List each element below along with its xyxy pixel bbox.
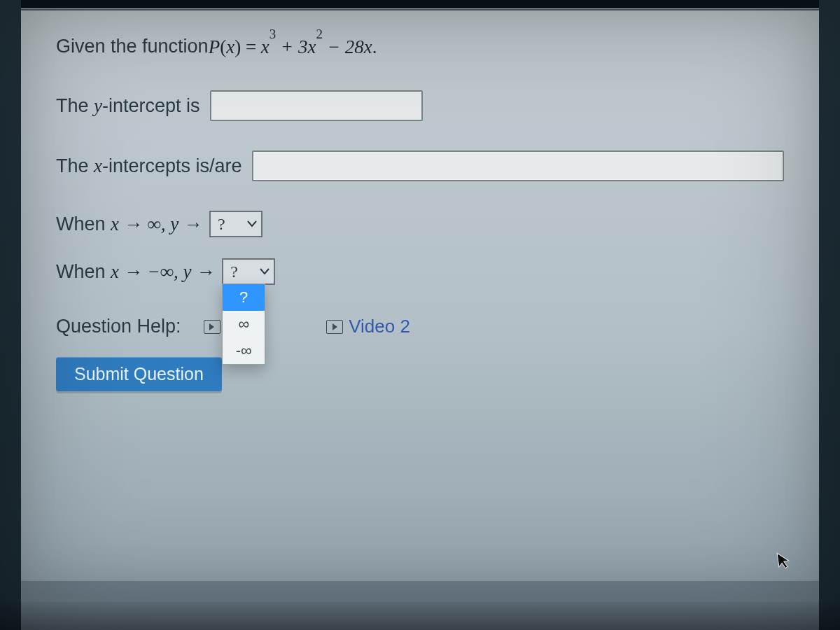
yint-suffix: -intercept is <box>102 95 200 116</box>
chevron-down-icon <box>260 268 270 275</box>
function-expression: P(x) = x3 + 3x2 − 28x. <box>209 34 377 58</box>
limit-pos-prefix: When <box>56 214 111 234</box>
submit-label: Submit Question <box>74 364 204 384</box>
limit-neg-dropdown: ? ∞ -∞ <box>222 284 265 365</box>
limit-pos-select[interactable]: ? <box>209 211 262 237</box>
limit-neg-select-value: ? <box>230 262 238 281</box>
limit-pos-row: When x → ∞, y → ? <box>56 211 784 237</box>
limit-neg-row: When x → −∞, y → ? ? ∞ -∞ <box>56 258 784 285</box>
func-name: P <box>209 36 220 57</box>
yint-label: The y-intercept is <box>56 95 200 117</box>
func-arg: x <box>226 36 234 57</box>
question-panel: Given the function P(x) = x3 + 3x2 − 28x… <box>21 8 819 581</box>
y-intercept-row: The y-intercept is <box>56 90 784 121</box>
x-intercepts-row: The x-intercepts is/are <box>56 150 784 181</box>
xint-var: x <box>94 155 102 176</box>
video2-link[interactable]: Video 2 <box>326 316 410 337</box>
dropdown-option-infinity[interactable]: ∞ <box>223 311 265 337</box>
period: . <box>372 36 377 57</box>
limit-pos-expr: x → ∞, y → <box>111 214 202 234</box>
limit-neg-prefix: When <box>56 261 111 282</box>
prompt-prefix: Given the function <box>56 36 209 57</box>
limit-pos-select-value: ? <box>218 215 225 234</box>
prompt-row: Given the function P(x) = x3 + 3x2 − 28x… <box>56 34 784 58</box>
screen-right-edge <box>819 0 840 630</box>
yint-var: y <box>94 95 102 116</box>
dropdown-option-neg-infinity[interactable]: -∞ <box>223 337 265 364</box>
equals-sign: = <box>241 36 261 57</box>
screen-left-edge <box>0 0 21 630</box>
xint-suffix: -intercepts is/are <box>102 155 242 176</box>
chevron-down-icon <box>247 220 257 227</box>
yint-prefix: The <box>56 95 94 116</box>
screen-top-edge <box>0 0 840 8</box>
question-help-label: Question Help: <box>56 316 181 337</box>
question-content: Given the function P(x) = x3 + 3x2 − 28x… <box>21 9 819 391</box>
limit-neg-select[interactable]: ? ? ∞ -∞ <box>222 258 275 285</box>
play-icon <box>326 320 343 334</box>
dropdown-option-question[interactable]: ? <box>223 284 265 311</box>
y-intercept-input[interactable] <box>210 90 423 121</box>
polynomial-terms: x3 + 3x2 − 28x <box>261 36 372 57</box>
submit-question-button[interactable]: Submit Question <box>56 357 222 391</box>
x-intercepts-input[interactable] <box>252 150 784 181</box>
limit-neg-expr: x → −∞, y → <box>111 261 215 282</box>
xint-prefix: The <box>56 155 94 176</box>
question-help-row: Question Help: Vide Video 2 <box>56 316 784 337</box>
video2-label: Video 2 <box>349 316 410 337</box>
xint-label: The x-intercepts is/are <box>56 155 242 177</box>
play-icon <box>204 320 220 334</box>
divider-top <box>21 9 819 10</box>
screen-bottom-edge <box>0 602 840 630</box>
limit-pos-label: When x → ∞, y → <box>56 214 202 235</box>
limit-neg-label: When x → −∞, y → <box>56 261 215 283</box>
